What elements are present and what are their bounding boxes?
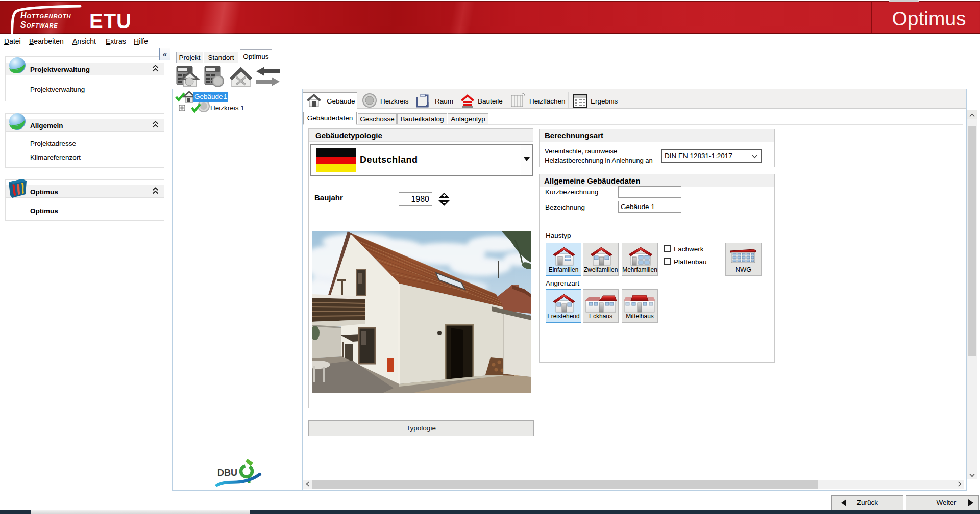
svg-text:DBU: DBU (217, 468, 237, 478)
